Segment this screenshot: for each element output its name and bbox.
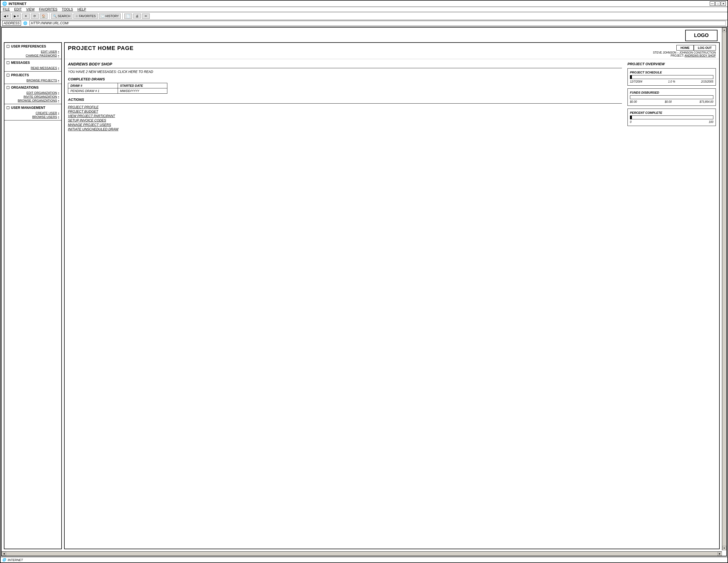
- history-icon: 🕐: [101, 14, 105, 18]
- scroll-up-button[interactable]: ▲: [722, 28, 726, 32]
- project-name-link[interactable]: ANDREWS BODY SHOP: [685, 54, 716, 57]
- action-manage-project-users[interactable]: MANAGE PROJECT USERS: [68, 123, 622, 127]
- funds-box: FUNDS DISBURSED $0.00 $0.00 $73,854.00: [627, 88, 716, 106]
- menu-file[interactable]: FILE: [3, 7, 10, 11]
- home-toolbar-button[interactable]: 🏠: [40, 14, 48, 19]
- schedule-progress-bar: [630, 75, 713, 79]
- projects-title: PROJECTS: [11, 73, 29, 77]
- title-bar-controls: — □ ✕: [710, 1, 726, 6]
- draws-cell-draw-num: PENDING DRAW # 1: [68, 88, 118, 93]
- messages-header: MESSAGES: [4, 59, 61, 66]
- search-icon: 🔍: [53, 14, 57, 18]
- scroll-left-button[interactable]: ◀: [2, 552, 6, 556]
- sidebar-item-edit-user[interactable]: EDIT USER: [41, 50, 59, 53]
- back-icon: ◀: [4, 14, 6, 18]
- project-info: PROJECT: ANDREWS BODY SHOP: [653, 54, 716, 57]
- scroll-down-button[interactable]: ▼: [722, 546, 726, 550]
- maximize-button[interactable]: □: [715, 1, 720, 6]
- menu-favorites[interactable]: FAVORITES: [39, 7, 57, 11]
- overview-title: PROJECT OVERVIEW: [627, 62, 716, 66]
- menu-tools[interactable]: TOOLS: [62, 7, 73, 11]
- projects-icon: [7, 74, 9, 77]
- scroll-track-right[interactable]: [722, 32, 726, 546]
- back-dropdown[interactable]: ▼: [7, 15, 9, 17]
- organizations-title: ORGANIZATIONS: [11, 86, 39, 90]
- logo: LOGO: [685, 30, 718, 41]
- browser-icon: 🌐: [2, 1, 7, 6]
- sidebar-item-edit-organization[interactable]: EDIT ORGANIZATION: [27, 91, 59, 94]
- logo-row: LOGO: [2, 28, 722, 42]
- title-bar: 🌐 INTERNET — □ ✕: [1, 1, 727, 7]
- logout-button[interactable]: LOG OUT: [694, 45, 716, 51]
- percent-label-right: 100: [709, 120, 713, 123]
- history-button[interactable]: 🕐 HISTORY: [99, 14, 121, 19]
- sidebar-item-invite-organization[interactable]: INVITE ORGANIZATION: [23, 95, 59, 98]
- actions-title: ACTIONS: [68, 98, 622, 102]
- sidebar-item-browse-projects[interactable]: BROWSE PROJECTS: [27, 79, 59, 82]
- forward-button[interactable]: ▶ ▼: [12, 14, 21, 19]
- close-button[interactable]: ✕: [721, 1, 726, 6]
- status-bar: 🌐 INTERNET: [1, 557, 727, 562]
- messages-icon: [7, 61, 9, 64]
- home-icon: 🏠: [42, 14, 46, 18]
- left-panel: ANDREWS BODY SHOP YOU HAVE 2 NEW MESSAGE…: [68, 62, 622, 546]
- status-text: INTERNET: [8, 558, 23, 562]
- sidebar: USER PREFERENCES EDIT USER CHANGE PASSWO…: [4, 42, 62, 549]
- menu-edit[interactable]: EDIT: [14, 7, 22, 11]
- sidebar-section-user-management: USER MANAGEMENT CREATE USER BROWSE USERS: [4, 104, 61, 120]
- mail-button[interactable]: 📄: [124, 14, 132, 19]
- search-label: SEARCH: [58, 14, 70, 18]
- refresh-button[interactable]: ⟳: [31, 14, 39, 19]
- funds-progress-bar: [630, 95, 713, 99]
- funds-label-right: $73,854.00: [700, 100, 713, 103]
- percent-progress-fill: [630, 116, 632, 119]
- percent-label-left: 0: [630, 120, 632, 123]
- actions-section: ACTIONS PROJECT PROFILE PROJECT BUDGET V…: [68, 98, 622, 131]
- user-preferences-header: USER PREFERENCES: [4, 43, 61, 49]
- print-button[interactable]: 🖨: [133, 14, 141, 19]
- edit-toolbar-button[interactable]: ✏: [142, 14, 150, 19]
- click-here-link[interactable]: CLICK HERE TO READ: [118, 70, 153, 74]
- divider-1: [68, 68, 622, 68]
- header-right: HOME LOG OUT STEVE JOHNSON – JOHNSON CON…: [653, 45, 716, 57]
- completed-draws-title: COMPLETED DRAWS: [68, 77, 622, 81]
- draws-table-row: PENDING DRAW # 1 MM/DD/YYYY: [68, 88, 167, 93]
- title-bar-left: 🌐 INTERNET: [2, 1, 27, 6]
- menu-help[interactable]: HELP: [77, 7, 86, 11]
- sidebar-item-read-messages[interactable]: READ MESSAGES: [31, 66, 59, 70]
- forward-icon: ▶: [14, 14, 16, 18]
- address-input[interactable]: [30, 21, 726, 26]
- scroll-bottom: ◀ ▶: [2, 551, 722, 556]
- stop-button[interactable]: ✕: [22, 14, 30, 19]
- percent-box: PERCENT COMPLETE 0 100: [627, 109, 716, 126]
- sidebar-item-create-user[interactable]: CREATE USER: [36, 111, 59, 115]
- action-project-budget[interactable]: PROJECT BUDGET: [68, 110, 622, 114]
- favorites-button[interactable]: ☆ FAVORITES: [73, 14, 98, 19]
- project-name: ANDREWS BODY SHOP: [68, 62, 622, 66]
- messages-links: READ MESSAGES: [4, 66, 61, 71]
- action-setup-invoice-codes[interactable]: SETUP INVOICE CODES: [68, 119, 622, 122]
- user-management-icon: [7, 106, 9, 109]
- action-view-project-participant[interactable]: VIEW PROJECT PARTICIPANT: [68, 114, 622, 118]
- user-management-links: CREATE USER BROWSE USERS: [4, 111, 61, 120]
- user-preferences-links: EDIT USER CHANGE PASSWORD: [4, 49, 61, 59]
- back-button[interactable]: ◀ ▼: [2, 14, 11, 19]
- menu-view[interactable]: VIEW: [26, 7, 35, 11]
- action-project-profile[interactable]: PROJECT PROFILE: [68, 105, 622, 109]
- messages-title: MESSAGES: [11, 61, 30, 65]
- history-label: HISTORY: [105, 14, 119, 18]
- sidebar-item-change-password[interactable]: CHANGE PASSWORD: [26, 54, 59, 57]
- right-panel: PROJECT OVERVIEW PROJECT SCHEDULE 12/7/2…: [627, 62, 716, 546]
- scroll-right: ▲ ▼: [722, 28, 726, 550]
- scroll-right-button[interactable]: ▶: [718, 552, 722, 556]
- percent-labels: 0 100: [630, 120, 713, 123]
- schedule-end-date: 2/15/2005: [701, 80, 713, 83]
- action-initiate-unscheduled-draw[interactable]: INITIATE UNSCHEDULED DRAW: [68, 127, 622, 131]
- sidebar-item-browse-organizations[interactable]: BROWSE ORGANIZATIONS: [18, 99, 59, 102]
- minimize-button[interactable]: —: [710, 1, 715, 6]
- forward-dropdown[interactable]: ▼: [17, 15, 19, 17]
- funds-labels: $0.00 $0.00 $73,854.00: [630, 100, 713, 103]
- home-nav-button[interactable]: HOME: [676, 45, 694, 51]
- sidebar-item-browse-users[interactable]: BROWSE USERS: [32, 115, 59, 119]
- search-button[interactable]: 🔍 SEARCH: [51, 14, 72, 19]
